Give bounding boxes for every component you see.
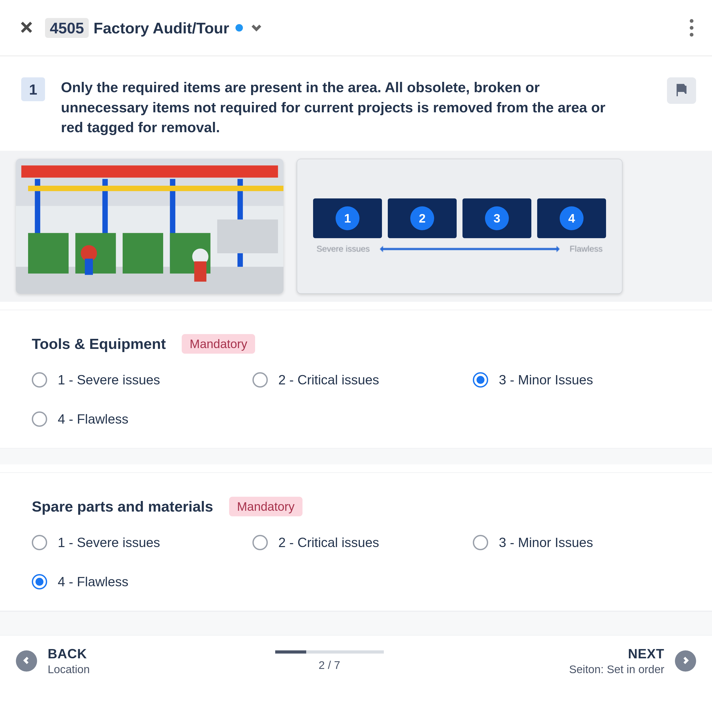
factory-photo-icon	[16, 159, 283, 294]
radio-option[interactable]: 3 - Minor Issues	[473, 372, 683, 388]
next-button[interactable]: NEXT Seiton: Set in order	[569, 646, 696, 676]
close-icon	[19, 31, 34, 36]
next-label: NEXT	[569, 646, 664, 661]
svg-rect-9	[28, 233, 68, 273]
back-button[interactable]: BACK Location	[16, 646, 90, 676]
progress-indicator: 2 / 7	[275, 650, 384, 672]
radio-label: 4 - Flawless	[58, 411, 129, 427]
section-tools-equipment: Tools & Equipment Mandatory 1 - Severe i…	[0, 310, 712, 449]
svg-rect-2	[21, 165, 278, 178]
radio-label: 1 - Severe issues	[58, 535, 160, 550]
more-menu-button[interactable]	[687, 13, 696, 42]
radio-icon	[252, 535, 268, 550]
radio-option[interactable]: 4 - Flawless	[32, 411, 242, 427]
radio-icon	[473, 535, 488, 550]
chevron-right-icon	[681, 656, 690, 666]
radio-label: 4 - Flawless	[58, 574, 129, 589]
rating-tile-label: 1	[335, 206, 359, 230]
close-button[interactable]	[19, 19, 34, 36]
section-spare-parts: Spare parts and materials Mandatory 1 - …	[0, 472, 712, 611]
svg-rect-14	[85, 259, 93, 275]
radio-label: 3 - Minor Issues	[499, 372, 593, 388]
rating-tile-label: 3	[485, 206, 509, 230]
radio-label: 1 - Severe issues	[58, 372, 160, 388]
radio-option[interactable]: 1 - Severe issues	[32, 372, 242, 388]
kebab-icon	[690, 19, 693, 37]
question-text: Only the required items are present in t…	[61, 77, 628, 138]
radio-icon	[32, 411, 47, 427]
page-title-group: 4505 Factory Audit/Tour	[45, 18, 263, 38]
svg-rect-16	[194, 261, 206, 282]
chevron-down-icon	[250, 30, 263, 35]
radio-icon	[252, 372, 268, 388]
radio-option[interactable]: 1 - Severe issues	[32, 535, 242, 550]
radio-option[interactable]: 4 - Flawless	[32, 574, 242, 589]
attachment-rating-scale[interactable]: 1 2 3 4 Severe issues Flawless	[297, 159, 623, 294]
record-id-badge: 4505	[45, 18, 89, 38]
radio-option[interactable]: 2 - Critical issues	[252, 535, 463, 550]
radio-icon	[32, 574, 47, 589]
rating-tiles: 1 2 3 4	[313, 199, 606, 238]
next-sublabel: Seiton: Set in order	[569, 663, 664, 676]
status-dot-icon	[236, 24, 243, 31]
chevron-left-icon	[22, 656, 31, 666]
radio-label: 2 - Critical issues	[278, 372, 379, 388]
title-dropdown-button[interactable]	[250, 21, 263, 35]
page-count: 2 / 7	[319, 659, 340, 672]
flag-icon	[674, 83, 689, 99]
radio-icon	[32, 372, 47, 388]
mandatory-badge: Mandatory	[182, 334, 255, 354]
page-title: Factory Audit/Tour	[93, 19, 229, 37]
flag-button[interactable]	[667, 77, 696, 104]
svg-rect-17	[217, 219, 278, 253]
rating-tile-label: 2	[410, 206, 434, 230]
back-sublabel: Location	[48, 663, 90, 676]
svg-rect-7	[28, 186, 283, 191]
radio-icon	[473, 372, 488, 388]
radio-label: 2 - Critical issues	[278, 535, 379, 550]
rating-left-label: Severe issues	[316, 244, 370, 254]
rating-tile-label: 4	[560, 206, 583, 230]
mandatory-badge: Mandatory	[229, 497, 303, 516]
svg-rect-11	[123, 233, 163, 273]
attachment-photo[interactable]	[16, 159, 283, 294]
rating-right-label: Flawless	[570, 244, 602, 254]
radio-label: 3 - Minor Issues	[499, 535, 593, 550]
rating-slider-icon	[380, 248, 559, 250]
question-number-badge: 1	[21, 77, 45, 101]
radio-option[interactable]: 2 - Critical issues	[252, 372, 463, 388]
back-label: BACK	[48, 646, 90, 661]
section-title: Spare parts and materials	[32, 498, 213, 515]
radio-option[interactable]: 3 - Minor Issues	[473, 535, 683, 550]
radio-icon	[32, 535, 47, 550]
section-title: Tools & Equipment	[32, 335, 166, 352]
